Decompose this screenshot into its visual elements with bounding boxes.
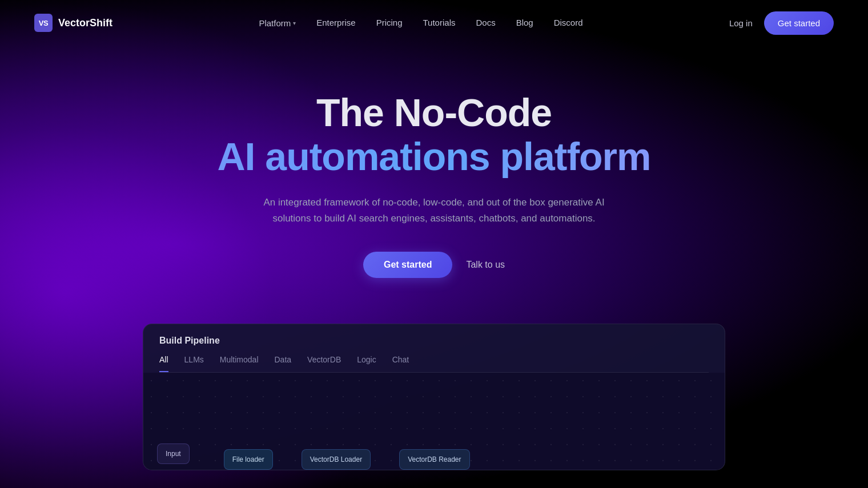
pipeline-tab-data[interactable]: Data bbox=[275, 355, 292, 372]
pipeline-canvas: InputFile loaderVectorDB LoaderVectorDB … bbox=[143, 373, 725, 470]
nav-item-platform[interactable]: Platform ▾ bbox=[259, 18, 296, 28]
nav-item-blog[interactable]: Blog bbox=[516, 18, 533, 28]
logo-name: VectorShift bbox=[58, 17, 112, 29]
nav-item-discord[interactable]: Discord bbox=[554, 18, 583, 28]
nav-item-docs[interactable]: Docs bbox=[476, 18, 495, 28]
navbar: VS VectorShift Platform ▾ Enterprise Pri… bbox=[0, 0, 868, 46]
hero-subtitle: An integrated framework of no-code, low-… bbox=[263, 195, 605, 227]
nav-link-pricing[interactable]: Pricing bbox=[376, 18, 403, 27]
pipeline-tab-chat[interactable]: Chat bbox=[392, 355, 409, 372]
pipeline-tabs: AllLLMsMultimodalDataVectorDBLogicChat bbox=[159, 355, 709, 373]
get-started-hero-button[interactable]: Get started bbox=[363, 252, 452, 278]
nav-link-enterprise[interactable]: Enterprise bbox=[316, 18, 355, 27]
login-button[interactable]: Log in bbox=[729, 18, 753, 28]
pipeline-tab-vectordb[interactable]: VectorDB bbox=[307, 355, 341, 372]
pipeline-tab-multimodal[interactable]: Multimodal bbox=[220, 355, 259, 372]
chevron-down-icon: ▾ bbox=[293, 20, 296, 26]
pipeline-title: Build Pipeline bbox=[159, 336, 709, 346]
nav-link-blog[interactable]: Blog bbox=[516, 18, 533, 27]
logo-link[interactable]: VS VectorShift bbox=[34, 14, 112, 32]
nav-item-tutorials[interactable]: Tutorials bbox=[423, 18, 456, 28]
pipeline-nodes: InputFile loaderVectorDB LoaderVectorDB … bbox=[143, 434, 725, 470]
hero-title-line2: AI automations platform bbox=[11, 134, 857, 179]
nav-item-enterprise[interactable]: Enterprise bbox=[316, 18, 355, 28]
hero-section: The No-Code AI automations platform An i… bbox=[0, 46, 868, 312]
pipeline-node-input: Input bbox=[157, 443, 190, 464]
pipeline-node-vectordb-loader: VectorDB Loader bbox=[302, 449, 371, 470]
hero-cta: Get started Talk to us bbox=[11, 252, 857, 278]
nav-links: Platform ▾ Enterprise Pricing Tutorials … bbox=[259, 18, 582, 28]
pipeline-node-file-loader: File loader bbox=[224, 449, 273, 470]
hero-title-line1: The No-Code bbox=[11, 91, 857, 134]
hero-title: The No-Code AI automations platform bbox=[11, 91, 857, 179]
talk-to-us-button[interactable]: Talk to us bbox=[466, 260, 505, 270]
nav-actions: Log in Get started bbox=[729, 11, 834, 35]
pipeline-node-vectordb-reader: VectorDB Reader bbox=[399, 449, 469, 470]
pipeline-tab-llms[interactable]: LLMs bbox=[184, 355, 204, 372]
nav-link-tutorials[interactable]: Tutorials bbox=[423, 18, 456, 27]
pipeline-card: Build Pipeline AllLLMsMultimodalDataVect… bbox=[143, 324, 725, 470]
nav-link-docs[interactable]: Docs bbox=[476, 18, 495, 27]
pipeline-tab-logic[interactable]: Logic bbox=[357, 355, 376, 372]
pipeline-header: Build Pipeline AllLLMsMultimodalDataVect… bbox=[143, 324, 725, 373]
nav-item-pricing[interactable]: Pricing bbox=[376, 18, 403, 28]
nav-link-platform[interactable]: Platform ▾ bbox=[259, 18, 296, 28]
nav-link-discord[interactable]: Discord bbox=[554, 18, 583, 27]
get-started-nav-button[interactable]: Get started bbox=[764, 11, 834, 35]
pipeline-tab-all[interactable]: All bbox=[159, 355, 168, 372]
logo-icon: VS bbox=[34, 14, 53, 32]
